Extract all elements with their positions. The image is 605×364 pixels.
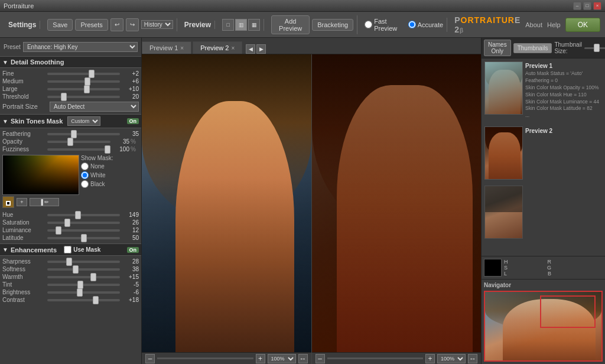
fuzziness-slider[interactable] bbox=[47, 148, 110, 151]
brightness-slider[interactable] bbox=[47, 291, 120, 294]
accurate-radio[interactable] bbox=[408, 21, 416, 28]
thumb-info-preview2: Preview 2 bbox=[523, 126, 555, 180]
contrast-label: Contrast bbox=[2, 297, 45, 303]
zoom-out-btn-2[interactable]: – bbox=[315, 354, 325, 363]
bracketing-button[interactable]: Bracketing bbox=[312, 19, 353, 31]
tab-preview1[interactable]: Preview 1 × bbox=[142, 41, 191, 54]
redo-button[interactable]: ↪ bbox=[126, 18, 139, 31]
fast-preview-option[interactable]: Fast Preview bbox=[365, 18, 404, 32]
zoom-select-2[interactable]: 100% bbox=[437, 354, 466, 363]
softness-slider[interactable] bbox=[47, 268, 120, 271]
zoom-in-btn-1[interactable]: + bbox=[256, 354, 265, 363]
warmth-slider[interactable] bbox=[47, 276, 120, 278]
threshold-slider[interactable] bbox=[47, 96, 120, 98]
add-preview-section: Add Preview Bracketing bbox=[268, 15, 357, 34]
mask-white-radio[interactable] bbox=[81, 171, 89, 179]
fine-slider[interactable] bbox=[47, 73, 120, 75]
thumb-item-preview3[interactable] bbox=[484, 185, 603, 239]
detail-smoothing-toggle[interactable]: ▼ bbox=[2, 59, 8, 66]
saturation-slider[interactable] bbox=[47, 222, 120, 224]
ok-button[interactable]: OK bbox=[565, 18, 600, 32]
color-gradient[interactable] bbox=[2, 155, 79, 195]
zoom-fit-btn-2[interactable]: ↔ bbox=[468, 354, 477, 363]
left-panel: Preset Enhance: High Key ▼ Detail Smooth… bbox=[0, 38, 142, 364]
history-select[interactable]: History bbox=[141, 20, 173, 29]
save-button[interactable]: Save bbox=[47, 19, 73, 31]
titlebar-controls[interactable]: – □ × bbox=[573, 2, 601, 10]
medium-slider[interactable] bbox=[47, 80, 120, 83]
portrait-size-select[interactable]: Auto Detect bbox=[50, 102, 139, 112]
enhancements-toggle[interactable]: ▼ bbox=[2, 246, 8, 253]
close-btn[interactable]: × bbox=[593, 2, 601, 10]
feathering-label: Feathering bbox=[2, 131, 45, 137]
tab-preview1-close[interactable]: × bbox=[180, 45, 184, 51]
single-preview-btn[interactable]: □ bbox=[222, 19, 234, 31]
s-g-row: S G bbox=[504, 265, 551, 271]
skin-tones-on-badge: On bbox=[127, 118, 139, 124]
thumb-item-preview1[interactable]: Preview 1 Auto Mask Status = 'Auto' Feat… bbox=[484, 61, 603, 121]
titlebar: Portraiture – □ × bbox=[0, 0, 605, 12]
names-only-btn[interactable]: Names Only bbox=[484, 40, 511, 56]
thumb-size-slider[interactable] bbox=[584, 47, 605, 49]
tint-label: Tint bbox=[2, 281, 45, 288]
fuzziness-slider-row: Fuzziness 100 % bbox=[2, 146, 139, 152]
zoom-out-btn-1[interactable]: – bbox=[145, 354, 155, 363]
use-mask-checkbox-label[interactable]: Use Mask bbox=[64, 246, 100, 254]
triple-preview-btn[interactable]: ▦ bbox=[248, 19, 260, 31]
undo-button[interactable]: ↩ bbox=[110, 18, 123, 31]
help-button[interactable]: Help bbox=[547, 21, 561, 28]
large-slider[interactable] bbox=[47, 88, 120, 90]
skin-tones-mode-select[interactable]: Custom bbox=[67, 116, 100, 126]
sharpness-slider[interactable] bbox=[47, 261, 120, 263]
minimize-btn[interactable]: – bbox=[573, 2, 581, 10]
feathering-slider[interactable] bbox=[47, 133, 120, 135]
h-r-row: H R bbox=[504, 259, 551, 265]
skin-tones-toggle[interactable]: ▼ bbox=[2, 118, 8, 125]
use-mask-checkbox[interactable] bbox=[64, 246, 71, 254]
hue-slider[interactable] bbox=[47, 214, 120, 216]
luminance-slider[interactable] bbox=[47, 229, 120, 232]
use-mask-label: Use Mask bbox=[73, 246, 100, 253]
thumbnails-btn[interactable]: Thumbnails bbox=[513, 43, 552, 53]
preview-label: Preview bbox=[184, 21, 211, 29]
dual-preview-btn[interactable]: ▥ bbox=[235, 19, 247, 31]
tint-slider[interactable] bbox=[47, 284, 120, 286]
l-b-row: L B bbox=[504, 271, 551, 277]
opacity-slider[interactable] bbox=[47, 141, 110, 143]
mask-none-option[interactable]: None bbox=[81, 162, 113, 170]
zoom-track-1[interactable] bbox=[157, 358, 253, 359]
color-add-btn[interactable]: + bbox=[17, 198, 27, 206]
about-button[interactable]: About bbox=[525, 21, 542, 28]
luminance-slider-row: Luminance 12 bbox=[2, 227, 139, 233]
zoom-fit-btn-1[interactable]: ↔ bbox=[298, 354, 308, 363]
navigator-image[interactable] bbox=[484, 291, 603, 362]
zoom-select-1[interactable]: 100% bbox=[268, 354, 296, 363]
mask-black-radio[interactable] bbox=[81, 180, 89, 188]
enhancements-on-badge: On bbox=[127, 247, 139, 253]
preview-pane-2[interactable]: – + 100% ↔ bbox=[312, 54, 482, 364]
tab-preview2-close[interactable]: × bbox=[231, 45, 235, 51]
preview-pane-1[interactable]: – + 100% ↔ bbox=[142, 54, 312, 364]
zoom-in-btn-2[interactable]: + bbox=[425, 354, 435, 363]
preset-select[interactable]: Enhance: High Key bbox=[23, 42, 138, 52]
add-preview-button[interactable]: Add Preview bbox=[271, 15, 310, 34]
mask-white-label: White bbox=[90, 172, 106, 178]
thumb-item-preview2[interactable]: Preview 2 bbox=[484, 126, 603, 180]
warmth-label: Warmth bbox=[2, 274, 45, 280]
zoom-track-2[interactable] bbox=[327, 358, 424, 359]
mask-white-option[interactable]: White bbox=[81, 171, 113, 179]
accurate-option[interactable]: Accurate bbox=[408, 21, 443, 28]
contrast-slider[interactable] bbox=[47, 299, 120, 301]
l-label: L bbox=[504, 271, 507, 277]
tab-prev-arrow[interactable]: ◀ bbox=[246, 44, 255, 54]
mask-none-radio[interactable] bbox=[81, 162, 89, 170]
tab-preview1-label: Preview 1 bbox=[149, 44, 178, 51]
tab-preview2[interactable]: Preview 2 × bbox=[193, 41, 242, 54]
tab-next-arrow[interactable]: ▶ bbox=[256, 44, 266, 54]
maximize-btn[interactable]: □ bbox=[583, 2, 591, 10]
presets-button[interactable]: Presets bbox=[75, 19, 108, 31]
opacity-slider-row: Opacity 35 % bbox=[2, 138, 139, 145]
mask-black-option[interactable]: Black bbox=[81, 180, 113, 188]
latitude-slider[interactable] bbox=[47, 237, 120, 239]
fast-preview-radio[interactable] bbox=[365, 21, 372, 28]
